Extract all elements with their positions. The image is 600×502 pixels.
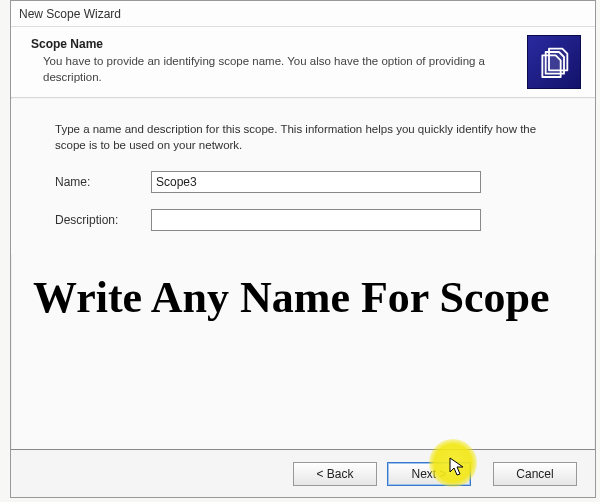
description-input[interactable] xyxy=(151,209,481,231)
header-description: You have to provide an identifying scope… xyxy=(31,54,515,85)
name-label: Name: xyxy=(55,175,151,189)
wizard-body: Type a name and description for this sco… xyxy=(11,99,595,255)
description-label: Description: xyxy=(55,213,151,227)
name-row: Name: xyxy=(55,171,551,193)
cancel-button[interactable]: Cancel xyxy=(493,462,577,486)
instruction-text: Type a name and description for this sco… xyxy=(55,121,551,153)
new-scope-wizard-dialog: New Scope Wizard Scope Name You have to … xyxy=(10,0,596,498)
window-titlebar: New Scope Wizard xyxy=(11,1,595,27)
header-separator xyxy=(11,97,595,99)
header-title: Scope Name xyxy=(31,37,515,51)
annotation-text: Write Any Name For Scope xyxy=(33,273,550,322)
description-row: Description: xyxy=(55,209,551,231)
wizard-button-bar: < Back Next > Cancel xyxy=(11,449,595,497)
window-title: New Scope Wizard xyxy=(19,7,121,21)
wizard-header: Scope Name You have to provide an identi… xyxy=(11,27,595,97)
scope-files-icon xyxy=(527,35,581,89)
next-button[interactable]: Next > xyxy=(387,462,471,486)
name-input[interactable] xyxy=(151,171,481,193)
back-button[interactable]: < Back xyxy=(293,462,377,486)
